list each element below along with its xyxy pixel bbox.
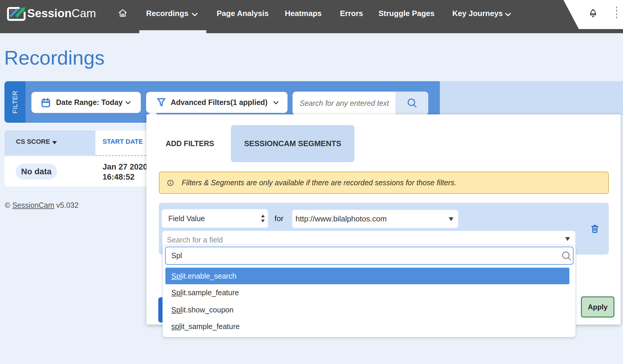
svg-text:SessionCam: SessionCam [27,7,96,20]
